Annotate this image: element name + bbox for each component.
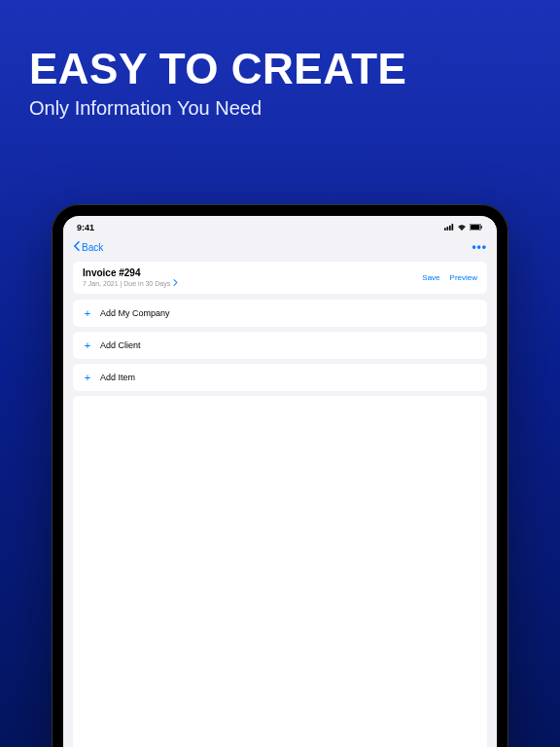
back-label: Back [82,242,103,253]
add-item-label: Add Item [100,373,135,382]
save-button[interactable]: Save [422,273,439,282]
svg-rect-3 [452,224,454,231]
add-client-row[interactable]: + Add Client [73,332,487,359]
status-icons [444,223,483,232]
plus-icon: + [83,372,92,383]
invoice-header: Invoice #294 7 Jan, 2021 | Due in 30 Day… [73,262,487,294]
add-company-label: Add My Company [100,308,170,318]
back-button[interactable]: Back [73,241,103,253]
svg-rect-6 [481,226,482,229]
chevron-right-icon [173,279,178,288]
preview-button[interactable]: Preview [450,273,477,282]
invoice-meta-text: 7 Jan, 2021 | Due in 30 Days [83,280,170,287]
tablet-screen: 9:41 Back ••• [63,216,497,747]
tablet-frame: 9:41 Back ••• [52,204,508,747]
add-company-row[interactable]: + Add My Company [73,300,487,327]
svg-rect-2 [449,226,451,231]
hero-title: EASY TO CREATE [29,47,531,91]
invoice-actions: Save Preview [422,273,477,282]
add-item-row[interactable]: + Add Item [73,364,487,391]
hero-section: EASY TO CREATE Only Information You Need [0,0,560,120]
add-client-label: Add Client [100,340,141,350]
plus-icon: + [83,339,92,351]
content-area [73,396,487,747]
svg-rect-0 [444,228,446,231]
signal-icon [444,223,454,232]
hero-subtitle: Only Information You Need [29,97,531,120]
svg-rect-5 [471,225,479,230]
plus-icon: + [83,307,92,319]
invoice-meta: 7 Jan, 2021 | Due in 30 Days [83,279,178,288]
more-button[interactable]: ••• [472,240,487,254]
status-bar: 9:41 [63,219,497,236]
svg-rect-1 [447,227,449,231]
invoice-title-block[interactable]: Invoice #294 7 Jan, 2021 | Due in 30 Day… [83,267,178,288]
chevron-left-icon [73,241,80,253]
status-time: 9:41 [77,223,94,232]
wifi-icon [457,223,467,232]
battery-icon [470,223,483,232]
nav-bar: Back ••• [63,236,497,258]
invoice-title: Invoice #294 [83,267,178,278]
